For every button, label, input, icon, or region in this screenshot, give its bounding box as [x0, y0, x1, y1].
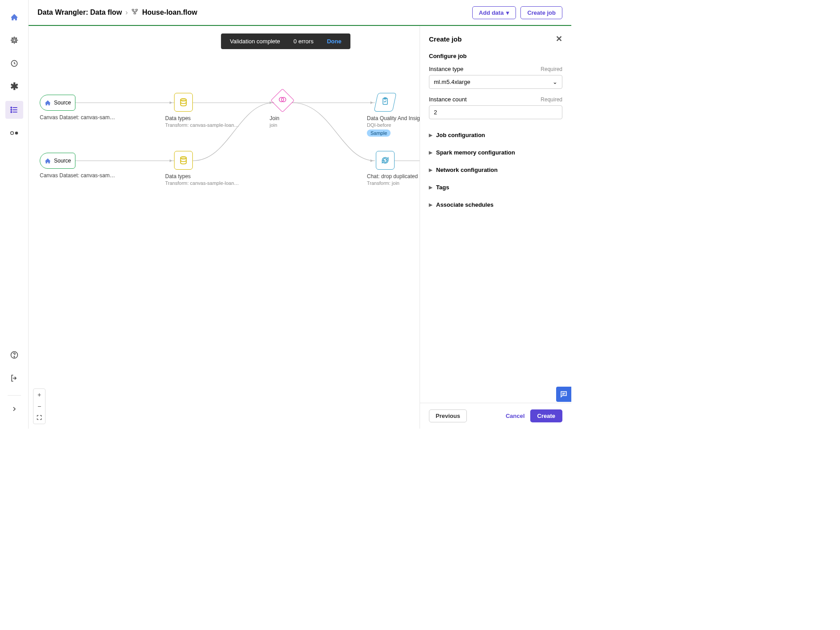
breadcrumb: Data Wrangler: Data flow › House-loan.fl… — [37, 8, 197, 17]
instance-type-label: Instance type — [429, 66, 463, 72]
instance-count-input[interactable]: 2 — [429, 105, 562, 119]
section-associate-schedules[interactable]: ▶ Associate schedules — [429, 196, 562, 213]
instance-count-value: 2 — [434, 109, 437, 116]
add-data-button[interactable]: Add data ▾ — [472, 6, 516, 19]
zoom-in-button[interactable]: + — [33, 389, 45, 401]
close-icon[interactable]: ✕ — [556, 34, 562, 44]
refresh-icon — [376, 151, 395, 170]
breadcrumb-root[interactable]: Data Wrangler: Data flow — [37, 8, 122, 17]
svg-rect-10 — [132, 9, 134, 11]
caret-right-icon: ▶ — [429, 167, 432, 172]
autopilot-icon[interactable] — [5, 54, 23, 72]
svg-point-13 — [181, 99, 187, 101]
node-title: Join — [270, 115, 345, 121]
flow-canvas[interactable]: Source Canvas Dataset: canvas-sample-loa… — [29, 26, 420, 429]
add-data-label: Add data — [479, 9, 504, 16]
section-label: Tags — [436, 184, 449, 191]
header: Data Wrangler: Data flow › House-loan.fl… — [29, 0, 571, 26]
section-tags[interactable]: ▶ Tags — [429, 179, 562, 196]
sample-badge: Sample — [367, 129, 391, 137]
node-title: Data types — [165, 173, 241, 179]
expand-icon[interactable] — [5, 400, 23, 418]
section-label: Associate schedules — [436, 201, 494, 208]
svg-rect-12 — [134, 13, 136, 14]
node-source-2[interactable]: Source Canvas Dataset: canvas-sample-loa… — [40, 153, 120, 179]
node-sub: Transform: canvas-sample-loans-part-… — [165, 180, 241, 186]
instance-count-label: Instance count — [429, 96, 467, 103]
svg-rect-1 — [13, 39, 15, 42]
create-button[interactable]: Create — [530, 409, 562, 422]
panel-title: Create job — [429, 35, 462, 43]
required-label: Required — [541, 66, 562, 72]
node-title: Source — [54, 158, 71, 164]
caret-right-icon: ▶ — [429, 202, 432, 207]
database-icon — [174, 93, 193, 112]
node-chat-transform[interactable]: Chat: drop duplicated ID Transform: join — [367, 151, 420, 186]
home-icon[interactable] — [5, 8, 23, 26]
svg-point-9 — [14, 356, 15, 357]
instance-type-value: ml.m5.4xlarge — [434, 79, 470, 85]
create-job-label: Create job — [527, 9, 556, 16]
join-icon — [270, 88, 295, 113]
section-label: Spark memory configuration — [436, 149, 515, 156]
cancel-button[interactable]: Cancel — [506, 413, 525, 419]
node-title: Data Quality And Insights Report — [367, 115, 420, 121]
configure-job-heading: Configure job — [429, 53, 562, 59]
toast-errors: 0 errors — [294, 38, 314, 45]
validation-toast: Validation complete 0 errors Done — [221, 33, 350, 49]
caret-right-icon: ▶ — [429, 133, 432, 138]
node-dqi-report[interactable]: Data Quality And Insights Report DQI-bef… — [367, 93, 420, 137]
node-sub: join — [270, 122, 345, 128]
caret-down-icon: ▾ — [506, 9, 509, 16]
toast-done[interactable]: Done — [327, 38, 341, 45]
report-icon — [374, 93, 397, 112]
section-label: Network configuration — [436, 167, 498, 173]
node-sub: Transform: join — [367, 180, 420, 186]
instance-type-select[interactable]: ml.m5.4xlarge ⌄ — [429, 75, 562, 89]
help-icon[interactable] — [5, 346, 23, 364]
zoom-controls: + − — [33, 388, 46, 424]
signout-icon[interactable] — [5, 369, 23, 387]
fit-screen-button[interactable] — [33, 412, 45, 424]
database-icon — [174, 151, 193, 170]
chevron-right-icon: › — [125, 8, 128, 17]
svg-point-14 — [181, 157, 187, 159]
flow-edges — [29, 26, 420, 429]
required-label: Required — [541, 96, 562, 103]
chat-fab[interactable] — [556, 387, 571, 402]
section-spark-memory[interactable]: ▶ Spark memory configuration — [429, 144, 562, 161]
node-sub: Canvas Dataset: canvas-sample-loans-… — [40, 114, 116, 121]
node-title: Chat: drop duplicated ID — [367, 173, 420, 179]
section-job-configuration[interactable]: ▶ Job configuration — [429, 126, 562, 144]
section-label: Job configuration — [436, 132, 485, 138]
svg-point-7 — [15, 132, 18, 135]
caret-right-icon: ▶ — [429, 150, 432, 155]
processor-icon[interactable] — [5, 31, 23, 49]
pipeline-icon[interactable] — [5, 124, 23, 142]
list-icon[interactable] — [5, 101, 23, 119]
source-icon: Source — [40, 153, 75, 169]
previous-button[interactable]: Previous — [429, 409, 467, 422]
caret-right-icon: ▶ — [429, 185, 432, 190]
chevron-down-icon: ⌄ — [553, 79, 557, 85]
flow-icon — [131, 8, 138, 17]
create-job-button[interactable]: Create job — [520, 6, 562, 19]
node-join[interactable]: Join join — [270, 92, 350, 128]
breadcrumb-flow[interactable]: House-loan.flow — [142, 8, 197, 17]
node-datatypes-2[interactable]: Data types Transform: canvas-sample-loan… — [165, 151, 245, 186]
node-title: Source — [54, 100, 71, 106]
node-source-1[interactable]: Source Canvas Dataset: canvas-sample-loa… — [40, 95, 120, 121]
svg-point-5 — [11, 112, 12, 113]
left-nav-rail: ✱ — [0, 0, 29, 429]
create-job-panel: Create job ✕ Configure job Instance type… — [420, 26, 571, 429]
toast-message: Validation complete — [230, 38, 280, 45]
zoom-out-button[interactable]: − — [33, 401, 45, 412]
node-datatypes-1[interactable]: Data types Transform: canvas-sample-loan… — [165, 93, 245, 128]
section-network[interactable]: ▶ Network configuration — [429, 161, 562, 179]
node-title: Data types — [165, 115, 241, 121]
svg-point-6 — [10, 132, 13, 135]
node-sub: DQI-before — [367, 122, 420, 128]
graph-icon[interactable]: ✱ — [5, 78, 23, 96]
node-sub: Transform: canvas-sample-loans-part-… — [165, 122, 241, 128]
source-icon: Source — [40, 95, 75, 111]
